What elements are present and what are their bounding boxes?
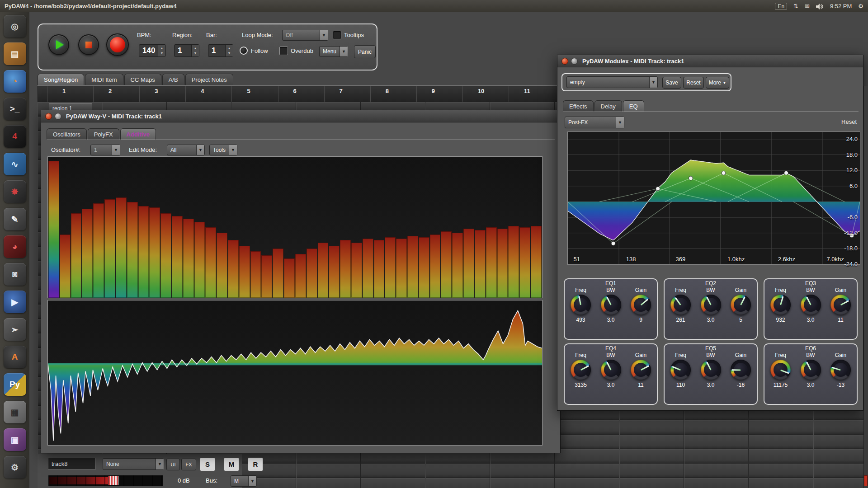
solo-button[interactable]: S	[200, 457, 215, 471]
eq1-gain-knob[interactable]	[631, 295, 651, 315]
eq-node-eq1[interactable]	[689, 176, 693, 180]
eq5-bw-knob[interactable]	[701, 360, 721, 380]
remote-desktop-icon[interactable]: ➣	[4, 318, 26, 341]
clock[interactable]: 9:52 PM	[830, 3, 852, 9]
harmonic-bar[interactable]	[138, 206, 149, 298]
harmonic-bar[interactable]	[374, 240, 385, 298]
eq1-freq-knob[interactable]	[571, 295, 591, 315]
eq3-gain-knob[interactable]	[830, 295, 851, 315]
eq-node-eq5[interactable]	[611, 241, 615, 245]
tab-delay[interactable]: Delay	[594, 100, 622, 112]
eq2-bw-knob[interactable]	[701, 295, 721, 315]
harmonic-bar[interactable]	[351, 243, 362, 298]
harmonic-bar[interactable]	[463, 229, 474, 298]
red-media-app-icon[interactable]: ◕	[4, 235, 26, 258]
follow-toggle[interactable]	[240, 47, 248, 55]
additive-editor-panel[interactable]	[47, 156, 542, 298]
instrument-select[interactable]: None▼	[103, 458, 164, 470]
track-volume-fader[interactable]	[48, 475, 163, 486]
harmonic-bar[interactable]	[295, 254, 306, 298]
harmonic-bar[interactable]	[116, 197, 127, 298]
power-gear-icon[interactable]: ⚙	[858, 3, 863, 9]
tools-dropdown[interactable]: Tools▼	[209, 145, 237, 155]
wave-editor-icon[interactable]: ∿	[4, 153, 26, 175]
loop-mode-select[interactable]: Off▼	[282, 30, 328, 41]
harmonic-bar[interactable]	[82, 209, 93, 298]
harmonic-bar[interactable]	[284, 258, 295, 298]
harmonic-bar[interactable]	[497, 229, 508, 298]
tab-additive[interactable]: Additive	[120, 128, 156, 140]
harmonic-bar[interactable]	[396, 239, 407, 298]
record-button[interactable]	[106, 33, 129, 56]
tab-song-region[interactable]: Song/Region	[38, 74, 84, 85]
eq5-freq-knob[interactable]	[670, 360, 691, 380]
harmonic-bar[interactable]	[71, 213, 82, 298]
play-button[interactable]	[48, 34, 69, 55]
eq5-gain-knob[interactable]	[731, 360, 751, 380]
harmonic-bar[interactable]	[363, 239, 373, 298]
harmonic-bar[interactable]	[228, 240, 239, 298]
harmonic-bar[interactable]	[407, 236, 418, 298]
eq-graph[interactable]: 24.018.012.06.0-6.0-12.0-18.0-24.0 51138…	[567, 131, 860, 265]
preset-save-button[interactable]: Save	[662, 77, 681, 89]
eq-node-eq2[interactable]	[656, 187, 660, 191]
eq6-bw-knob[interactable]	[801, 360, 821, 380]
eq2-gain-knob[interactable]	[731, 295, 751, 315]
minimize-icon[interactable]	[571, 58, 578, 65]
close-icon[interactable]	[45, 113, 52, 120]
vertical-scrollbar[interactable]	[863, 86, 868, 488]
spinner-arrows-icon[interactable]: ▲▼	[225, 45, 233, 56]
screenshot-tool-icon[interactable]: ◙	[4, 263, 26, 286]
eq4-gain-knob[interactable]	[631, 360, 651, 380]
eq-node-eq3[interactable]	[722, 171, 726, 175]
harmonic-bar[interactable]	[508, 226, 519, 298]
package-manager-icon[interactable]: ▣	[4, 428, 26, 451]
oscillator-number-select[interactable]: 1▼	[90, 145, 120, 155]
harmonic-bar[interactable]	[531, 226, 542, 298]
modulex-titlebar[interactable]: PyDAW Modulex - MIDI Track: track1	[557, 55, 863, 67]
harmonic-bar[interactable]	[261, 255, 272, 298]
eq3-freq-knob[interactable]	[770, 295, 791, 315]
harmonic-bar[interactable]	[127, 202, 138, 298]
close-icon[interactable]	[561, 58, 568, 65]
region-spinbox[interactable]: 1▲▼	[174, 44, 199, 57]
scrollbar-thumb[interactable]	[864, 475, 868, 486]
spinner-arrows-icon[interactable]: ▲▼	[191, 45, 199, 56]
eq-reset-button[interactable]: Reset	[841, 118, 857, 125]
harmonic-bar[interactable]	[430, 235, 441, 298]
eq4-freq-knob[interactable]	[571, 360, 591, 380]
harmonic-bar[interactable]	[205, 227, 216, 298]
overdub-checkbox[interactable]	[279, 47, 288, 55]
media-player-icon[interactable]: ▶	[4, 291, 26, 313]
preset-reset-button[interactable]: Reset	[683, 77, 704, 89]
harmonic-bar[interactable]	[329, 246, 340, 298]
tab-effects[interactable]: Effects	[563, 100, 594, 112]
edit-mode-select[interactable]: All▼	[167, 145, 205, 155]
harmonic-bar[interactable]	[307, 249, 317, 298]
preset-select[interactable]: empty▼	[566, 76, 658, 88]
menu-dropdown[interactable]: Menu▼	[319, 46, 348, 57]
harmonic-bar[interactable]	[452, 233, 463, 298]
software-center-icon[interactable]: A	[4, 346, 26, 368]
terminal-icon[interactable]: >_	[4, 98, 26, 120]
preset-more-button[interactable]: More ▼	[706, 77, 729, 89]
harmonic-bar[interactable]	[318, 243, 329, 298]
eq2-freq-knob[interactable]	[670, 295, 691, 315]
text-editor-icon[interactable]: ✎	[4, 208, 26, 230]
tab-polyfx[interactable]: PolyFX	[88, 128, 119, 140]
minimize-icon[interactable]	[55, 113, 61, 120]
harmonic-bar[interactable]	[385, 237, 396, 298]
panic-button[interactable]: Panic	[354, 45, 376, 58]
record-arm-button[interactable]: R	[248, 457, 263, 471]
harmonic-bar[interactable]	[273, 249, 283, 298]
mute-button[interactable]: M	[224, 457, 239, 471]
spinner-arrows-icon[interactable]: ▲▼	[158, 45, 165, 56]
tab-project-notes[interactable]: Project Notes	[185, 74, 233, 85]
keyboard-layout-indicator[interactable]: En	[775, 3, 787, 10]
files-icon[interactable]: ▤	[4, 42, 26, 65]
harmonic-bar[interactable]	[149, 207, 160, 298]
harmonic-bar[interactable]	[519, 227, 530, 298]
harmonic-bar[interactable]	[104, 199, 115, 298]
harmonic-bar[interactable]	[48, 161, 59, 298]
eq-curve-display[interactable]	[568, 132, 860, 264]
